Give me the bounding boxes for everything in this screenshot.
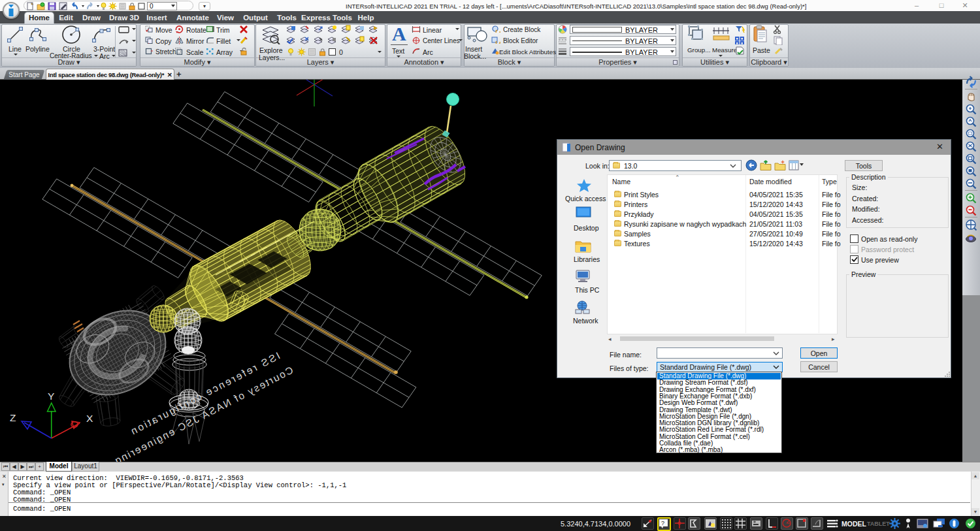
svg-text:X: X (86, 413, 93, 424)
svg-text:Z: Z (10, 412, 16, 423)
svg-text:Y: Y (48, 391, 54, 402)
svg-text:?: ? (661, 520, 664, 526)
